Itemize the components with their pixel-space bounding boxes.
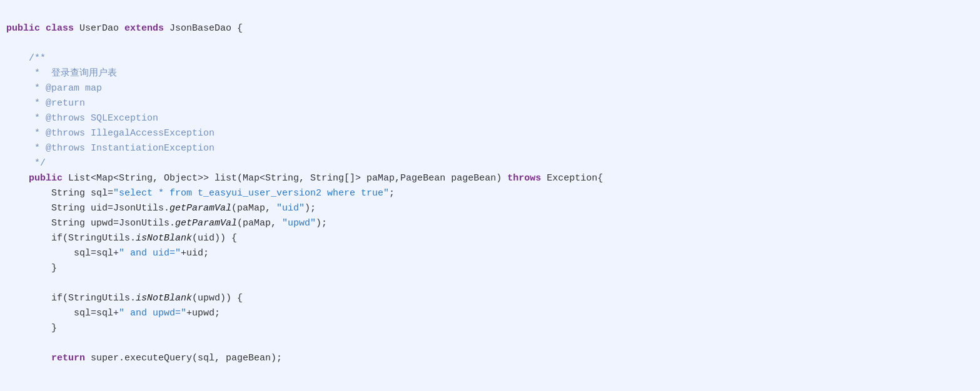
code-token: " and upwd=" <box>119 308 186 319</box>
code-token: sql=sql+ <box>6 308 119 319</box>
code-line: * @param map <box>6 81 980 96</box>
code-line: * 登录查询用户表 <box>6 66 980 81</box>
code-token: (paMap, <box>231 203 276 214</box>
code-token <box>6 128 34 139</box>
code-line: * @throws SQLException <box>6 111 980 126</box>
code-token: if(StringUtils. <box>6 293 136 304</box>
code-line: return super.executeQuery(sql, pageBean)… <box>6 351 980 366</box>
code-line: * @return <box>6 96 980 111</box>
code-token <box>6 173 29 184</box>
code-line <box>6 336 980 351</box>
code-token: class <box>46 23 74 34</box>
code-line: sql=sql+" and uid="+uid; <box>6 246 980 261</box>
code-token: ); <box>305 203 316 214</box>
code-token: isNotBlank <box>136 293 192 304</box>
code-token <box>6 83 34 94</box>
code-token: String uid=JsonUtils. <box>6 203 169 214</box>
code-token: getParamVal <box>175 218 237 229</box>
code-token: "select * from t_easyui_user_version2 wh… <box>113 188 389 199</box>
code-token: String sql= <box>6 188 113 199</box>
code-token: sql=sql+ <box>6 248 119 259</box>
code-token: UserDao <box>74 23 124 34</box>
code-token: * @throws SQLException <box>34 113 158 124</box>
code-token: public <box>29 173 63 184</box>
code-line: } <box>6 321 980 336</box>
code-token: ); <box>316 218 327 229</box>
code-line: */ <box>6 156 980 171</box>
code-token <box>40 23 46 34</box>
code-token: isNotBlank <box>136 233 192 244</box>
code-token: Exception{ <box>541 173 603 184</box>
code-token: getParamVal <box>169 203 231 214</box>
code-line: * @throws InstantiationException <box>6 141 980 156</box>
code-token: +uid; <box>181 248 209 259</box>
code-token: } <box>6 263 57 274</box>
code-token: (uid)) { <box>192 233 237 244</box>
code-token: * @param map <box>34 83 102 94</box>
code-token: * @throws IllegalAccessException <box>34 128 215 139</box>
code-token: return <box>51 353 85 364</box>
code-token <box>6 143 34 154</box>
code-token: super.executeQuery(sql, pageBean); <box>85 353 282 364</box>
code-line: if(StringUtils.isNotBlank(uid)) { <box>6 231 980 246</box>
code-token: * @throws InstantiationException <box>34 143 215 154</box>
code-token: String upwd=JsonUtils. <box>6 218 175 229</box>
code-token: "upwd" <box>282 218 316 229</box>
code-token: "uid" <box>276 203 305 214</box>
code-line <box>6 276 980 291</box>
code-token: (upwd)) { <box>192 293 243 304</box>
code-line: public class UserDao extends JsonBaseDao… <box>6 21 980 36</box>
code-line: String upwd=JsonUtils.getParamVal(paMap,… <box>6 216 980 231</box>
code-token: throws <box>507 173 541 184</box>
code-token: } <box>6 323 57 334</box>
code-line: if(StringUtils.isNotBlank(upwd)) { <box>6 291 980 306</box>
code-token <box>6 53 29 64</box>
code-token: * 登录查询用户表 <box>34 68 117 79</box>
code-line: String uid=JsonUtils.getParamVal(paMap, … <box>6 201 980 216</box>
code-token: public <box>6 23 40 34</box>
code-line: sql=sql+" and upwd="+upwd; <box>6 306 980 321</box>
code-line: /** <box>6 51 980 66</box>
code-token <box>6 98 34 109</box>
code-token: JsonBaseDao { <box>164 23 243 34</box>
code-line <box>6 36 980 51</box>
code-token: (paMap, <box>237 218 282 229</box>
code-token: List<Map<String, Object>> list(Map<Strin… <box>63 173 507 184</box>
code-token: ; <box>389 188 395 199</box>
code-token: /** <box>29 53 46 64</box>
code-line: } <box>6 261 980 276</box>
code-token: " and uid=" <box>119 248 181 259</box>
code-token <box>6 353 51 364</box>
code-token: */ <box>34 158 46 169</box>
code-token: * @return <box>34 98 85 109</box>
code-line: * @throws IllegalAccessException <box>6 126 980 141</box>
code-token <box>6 68 34 79</box>
code-token: extends <box>124 23 164 34</box>
code-line: public List<Map<String, Object>> list(Ma… <box>6 171 980 186</box>
code-editor: public class UserDao extends JsonBaseDao… <box>6 6 980 366</box>
code-token <box>6 158 34 169</box>
code-token: +upwd; <box>186 308 220 319</box>
code-token <box>6 113 34 124</box>
code-token: if(StringUtils. <box>6 233 136 244</box>
code-line: String sql="select * from t_easyui_user_… <box>6 186 980 201</box>
